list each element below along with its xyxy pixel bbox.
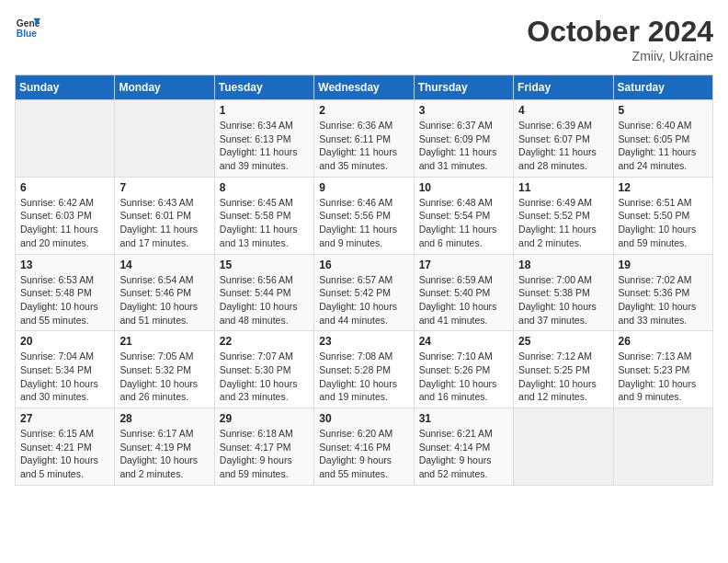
calendar-cell: 25Sunrise: 7:12 AM Sunset: 5:25 PM Dayli… xyxy=(514,331,613,408)
weekday-header-cell: Saturday xyxy=(613,75,712,100)
day-info: Sunrise: 7:07 AM Sunset: 5:30 PM Dayligh… xyxy=(220,350,309,404)
day-number: 15 xyxy=(220,259,309,271)
calendar-cell: 28Sunrise: 6:17 AM Sunset: 4:19 PM Dayli… xyxy=(115,408,214,486)
weekday-header-cell: Friday xyxy=(514,75,613,100)
logo: General Blue xyxy=(15,15,40,40)
calendar-cell: 23Sunrise: 7:08 AM Sunset: 5:28 PM Dayli… xyxy=(314,331,414,408)
calendar-cell: 4Sunrise: 6:39 AM Sunset: 6:07 PM Daylig… xyxy=(514,100,613,178)
day-number: 5 xyxy=(619,104,708,117)
location-text: Zmiiv, Ukraine xyxy=(527,49,713,63)
day-info: Sunrise: 6:53 AM Sunset: 5:48 PM Dayligh… xyxy=(20,273,109,327)
day-info: Sunrise: 6:42 AM Sunset: 6:03 PM Dayligh… xyxy=(20,196,109,250)
calendar-table: SundayMondayTuesdayWednesdayThursdayFrid… xyxy=(15,75,713,486)
day-number: 22 xyxy=(220,335,309,348)
day-info: Sunrise: 6:49 AM Sunset: 5:52 PM Dayligh… xyxy=(518,196,608,250)
calendar-cell: 14Sunrise: 6:54 AM Sunset: 5:46 PM Dayli… xyxy=(115,254,214,331)
day-number: 23 xyxy=(319,335,408,348)
day-info: Sunrise: 6:17 AM Sunset: 4:19 PM Dayligh… xyxy=(119,427,209,481)
day-number: 27 xyxy=(20,412,109,425)
calendar-cell xyxy=(16,100,115,178)
day-number: 30 xyxy=(319,412,408,425)
calendar-cell: 11Sunrise: 6:49 AM Sunset: 5:52 PM Dayli… xyxy=(514,177,613,254)
calendar-cell: 20Sunrise: 7:04 AM Sunset: 5:34 PM Dayli… xyxy=(16,331,115,408)
day-info: Sunrise: 6:37 AM Sunset: 6:09 PM Dayligh… xyxy=(419,119,508,173)
calendar-body: 1Sunrise: 6:34 AM Sunset: 6:13 PM Daylig… xyxy=(16,100,713,486)
day-number: 12 xyxy=(619,181,708,194)
calendar-cell xyxy=(514,408,613,486)
day-number: 24 xyxy=(419,335,508,348)
title-block: October 2024 Zmiiv, Ukraine xyxy=(527,15,713,63)
calendar-cell: 31Sunrise: 6:21 AM Sunset: 4:14 PM Dayli… xyxy=(414,408,513,486)
weekday-header-cell: Monday xyxy=(115,75,214,100)
day-number: 10 xyxy=(419,181,508,194)
day-number: 28 xyxy=(119,412,209,425)
day-number: 25 xyxy=(518,335,608,348)
calendar-cell: 30Sunrise: 6:20 AM Sunset: 4:16 PM Dayli… xyxy=(314,408,414,486)
day-info: Sunrise: 6:20 AM Sunset: 4:16 PM Dayligh… xyxy=(319,427,408,481)
day-number: 29 xyxy=(220,412,309,425)
calendar-cell: 18Sunrise: 7:00 AM Sunset: 5:38 PM Dayli… xyxy=(514,254,613,331)
calendar-cell: 12Sunrise: 6:51 AM Sunset: 5:50 PM Dayli… xyxy=(613,177,712,254)
calendar-cell: 27Sunrise: 6:15 AM Sunset: 4:21 PM Dayli… xyxy=(16,408,115,486)
day-number: 26 xyxy=(619,335,708,348)
calendar-cell xyxy=(613,408,712,486)
day-info: Sunrise: 7:12 AM Sunset: 5:25 PM Dayligh… xyxy=(518,350,608,404)
calendar-week-row: 1Sunrise: 6:34 AM Sunset: 6:13 PM Daylig… xyxy=(16,100,713,178)
day-info: Sunrise: 7:10 AM Sunset: 5:26 PM Dayligh… xyxy=(419,350,508,404)
month-title: October 2024 xyxy=(527,15,713,49)
calendar-cell: 6Sunrise: 6:42 AM Sunset: 6:03 PM Daylig… xyxy=(16,177,115,254)
day-info: Sunrise: 6:56 AM Sunset: 5:44 PM Dayligh… xyxy=(220,273,309,327)
weekday-header-cell: Wednesday xyxy=(314,75,414,100)
day-number: 21 xyxy=(119,335,209,348)
day-info: Sunrise: 7:05 AM Sunset: 5:32 PM Dayligh… xyxy=(119,350,209,404)
calendar-cell: 7Sunrise: 6:43 AM Sunset: 6:01 PM Daylig… xyxy=(115,177,214,254)
calendar-week-row: 13Sunrise: 6:53 AM Sunset: 5:48 PM Dayli… xyxy=(16,254,713,331)
calendar-cell: 3Sunrise: 6:37 AM Sunset: 6:09 PM Daylig… xyxy=(414,100,513,178)
day-number: 16 xyxy=(319,259,408,271)
calendar-cell: 2Sunrise: 6:36 AM Sunset: 6:11 PM Daylig… xyxy=(314,100,414,178)
calendar-week-row: 20Sunrise: 7:04 AM Sunset: 5:34 PM Dayli… xyxy=(16,331,713,408)
day-info: Sunrise: 6:57 AM Sunset: 5:42 PM Dayligh… xyxy=(319,273,408,327)
day-number: 6 xyxy=(20,181,109,194)
calendar-cell: 21Sunrise: 7:05 AM Sunset: 5:32 PM Dayli… xyxy=(115,331,214,408)
day-number: 3 xyxy=(419,104,508,117)
day-info: Sunrise: 6:59 AM Sunset: 5:40 PM Dayligh… xyxy=(419,273,508,327)
calendar-cell: 19Sunrise: 7:02 AM Sunset: 5:36 PM Dayli… xyxy=(613,254,712,331)
day-info: Sunrise: 6:39 AM Sunset: 6:07 PM Dayligh… xyxy=(518,119,608,173)
calendar-cell: 8Sunrise: 6:45 AM Sunset: 5:58 PM Daylig… xyxy=(214,177,313,254)
calendar-cell: 15Sunrise: 6:56 AM Sunset: 5:44 PM Dayli… xyxy=(214,254,313,331)
day-number: 11 xyxy=(518,181,608,194)
logo-icon: General Blue xyxy=(15,15,40,40)
day-number: 8 xyxy=(220,181,309,194)
day-number: 4 xyxy=(518,104,608,117)
day-info: Sunrise: 7:00 AM Sunset: 5:38 PM Dayligh… xyxy=(518,273,608,327)
calendar-cell: 22Sunrise: 7:07 AM Sunset: 5:30 PM Dayli… xyxy=(214,331,313,408)
day-number: 2 xyxy=(319,104,408,117)
day-info: Sunrise: 6:21 AM Sunset: 4:14 PM Dayligh… xyxy=(419,427,508,481)
calendar-cell: 10Sunrise: 6:48 AM Sunset: 5:54 PM Dayli… xyxy=(414,177,513,254)
day-info: Sunrise: 7:02 AM Sunset: 5:36 PM Dayligh… xyxy=(619,273,708,327)
day-info: Sunrise: 6:15 AM Sunset: 4:21 PM Dayligh… xyxy=(20,427,109,481)
day-info: Sunrise: 7:13 AM Sunset: 5:23 PM Dayligh… xyxy=(619,350,708,404)
calendar-cell: 13Sunrise: 6:53 AM Sunset: 5:48 PM Dayli… xyxy=(16,254,115,331)
day-info: Sunrise: 6:40 AM Sunset: 6:05 PM Dayligh… xyxy=(619,119,708,173)
day-info: Sunrise: 6:54 AM Sunset: 5:46 PM Dayligh… xyxy=(119,273,209,327)
calendar-week-row: 27Sunrise: 6:15 AM Sunset: 4:21 PM Dayli… xyxy=(16,408,713,486)
day-info: Sunrise: 7:08 AM Sunset: 5:28 PM Dayligh… xyxy=(319,350,408,404)
calendar-cell: 26Sunrise: 7:13 AM Sunset: 5:23 PM Dayli… xyxy=(613,331,712,408)
day-info: Sunrise: 6:51 AM Sunset: 5:50 PM Dayligh… xyxy=(619,196,708,250)
page-header: General Blue October 2024 Zmiiv, Ukraine xyxy=(15,15,713,63)
weekday-header-cell: Sunday xyxy=(16,75,115,100)
weekday-header-row: SundayMondayTuesdayWednesdayThursdayFrid… xyxy=(16,75,713,100)
day-info: Sunrise: 6:45 AM Sunset: 5:58 PM Dayligh… xyxy=(220,196,309,250)
day-info: Sunrise: 6:43 AM Sunset: 6:01 PM Dayligh… xyxy=(119,196,209,250)
calendar-week-row: 6Sunrise: 6:42 AM Sunset: 6:03 PM Daylig… xyxy=(16,177,713,254)
day-number: 31 xyxy=(419,412,508,425)
day-number: 20 xyxy=(20,335,109,348)
calendar-cell: 29Sunrise: 6:18 AM Sunset: 4:17 PM Dayli… xyxy=(214,408,313,486)
day-info: Sunrise: 7:04 AM Sunset: 5:34 PM Dayligh… xyxy=(20,350,109,404)
calendar-cell: 17Sunrise: 6:59 AM Sunset: 5:40 PM Dayli… xyxy=(414,254,513,331)
day-info: Sunrise: 6:36 AM Sunset: 6:11 PM Dayligh… xyxy=(319,119,408,173)
day-number: 7 xyxy=(119,181,209,194)
calendar-cell: 24Sunrise: 7:10 AM Sunset: 5:26 PM Dayli… xyxy=(414,331,513,408)
